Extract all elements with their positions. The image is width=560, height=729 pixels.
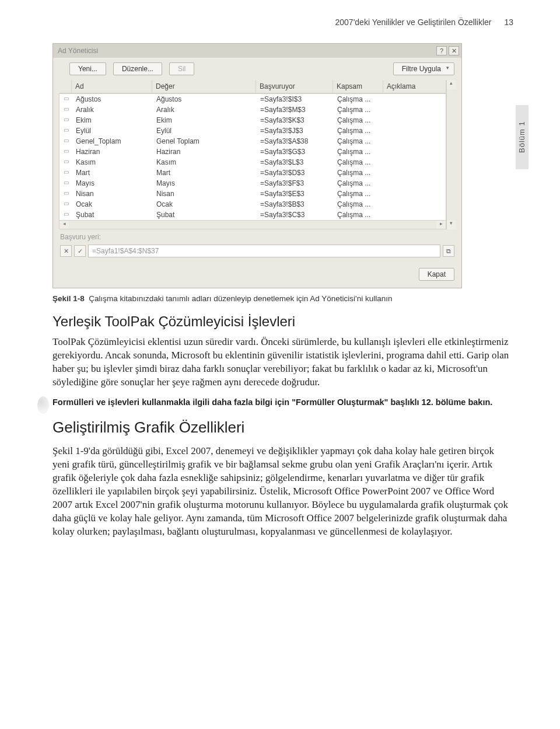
row-desc (384, 115, 446, 125)
row-value: Aralık (153, 104, 257, 115)
table-row[interactable]: ▭ŞubatŞubat=Sayfa3!$C$3Çalışma ... (60, 210, 446, 220)
vscrollbar[interactable]: ▴ ▾ (446, 80, 456, 229)
row-value: Kasım (153, 157, 257, 168)
reference-input[interactable]: =Sayfa1!$A$4:$N$37 (88, 245, 440, 257)
row-scope: Çalışma ... (334, 125, 384, 136)
range-picker-icon[interactable]: ⧉ (443, 245, 454, 257)
row-value: Genel Toplam (153, 136, 257, 147)
row-scope: Çalışma ... (334, 94, 384, 104)
row-name: Aralık (72, 104, 153, 115)
scroll-left-icon[interactable]: ◂ (60, 221, 69, 229)
table-row[interactable]: ▭KasımKasım=Sayfa3!$L$3Çalışma ... (60, 157, 446, 168)
col-name[interactable]: Ad (72, 80, 152, 93)
row-name: Kasım (72, 157, 153, 168)
table-row[interactable]: ▭EylülEylül=Sayfa3!$J$3Çalışma ... (60, 125, 446, 136)
titlebar: Ad Yöneticisi ? ✕ (53, 44, 461, 58)
row-desc (384, 178, 446, 189)
name-icon: ▭ (60, 94, 72, 104)
filter-button[interactable]: Filtre Uygula (393, 62, 454, 75)
row-desc (384, 199, 446, 210)
new-button[interactable]: Yeni... (69, 62, 106, 75)
section1-paragraph: ToolPak Çözümleyicisi eklentisi uzun sür… (52, 336, 513, 389)
row-desc (384, 125, 446, 136)
row-name: Şubat (72, 210, 153, 220)
col-desc[interactable]: Açıklama (383, 80, 446, 93)
name-icon: ▭ (60, 210, 72, 220)
table-row[interactable]: ▭MartMart=Sayfa3!$D$3Çalışma ... (60, 168, 446, 178)
name-icon: ▭ (60, 115, 72, 125)
row-name: Ağustos (72, 94, 153, 104)
row-name: Ocak (72, 199, 153, 210)
row-value: Mart (153, 168, 257, 178)
row-value: Mayıs (153, 178, 257, 189)
name-manager-dialog: Ad Yöneticisi ? ✕ Yeni... Düzenle... Sil… (52, 43, 462, 288)
row-ref: =Sayfa3!$C$3 (257, 210, 334, 220)
row-ref: =Sayfa3!$D$3 (257, 168, 334, 178)
row-name: Mayıs (72, 178, 153, 189)
table-row[interactable]: ▭OcakOcak=Sayfa3!$B$3Çalışma ... (60, 199, 446, 210)
row-value: Ekim (153, 115, 257, 125)
section2-paragraph: Şekil 1-9'da görüldüğü gibi, Excel 2007,… (52, 445, 513, 539)
toolbar: Yeni... Düzenle... Sil Filtre Uygula (53, 58, 461, 80)
name-icon: ▭ (60, 189, 72, 199)
name-icon: ▭ (60, 178, 72, 189)
row-desc (384, 136, 446, 147)
edit-button[interactable]: Düzenle... (113, 62, 162, 75)
row-scope: Çalışma ... (334, 136, 384, 147)
name-icon: ▭ (60, 147, 72, 157)
column-headers: Ad Değer Başvuruyor Kapsam Açıklama (59, 80, 446, 93)
row-desc (384, 147, 446, 157)
page-number: 13 (504, 18, 513, 27)
row-desc (384, 210, 446, 220)
name-icon: ▭ (60, 199, 72, 210)
table-row[interactable]: ▭HaziranHaziran=Sayfa3!$G$3Çalışma ... (60, 147, 446, 157)
row-value: Eylül (153, 125, 257, 136)
row-ref: =Sayfa3!$M$3 (257, 104, 334, 115)
name-icon: ▭ (60, 104, 72, 115)
row-name: Mart (72, 168, 153, 178)
row-desc (384, 157, 446, 168)
row-desc (384, 189, 446, 199)
row-value: Haziran (153, 147, 257, 157)
row-ref: =Sayfa3!$A$38 (257, 136, 334, 147)
row-name: Haziran (72, 147, 153, 157)
table-row[interactable]: ▭EkimEkim=Sayfa3!$K$3Çalışma ... (60, 115, 446, 125)
scroll-down-icon[interactable]: ▾ (447, 220, 456, 229)
table-row[interactable]: ▭MayısMayıs=Sayfa3!$F$3Çalışma ... (60, 178, 446, 189)
row-ref: =Sayfa3!$G$3 (257, 147, 334, 157)
row-desc (384, 94, 446, 104)
section1-note: Formülleri ve işlevleri kullanmakla ilgi… (52, 396, 513, 408)
row-name: Nisan (72, 189, 153, 199)
header-title: 2007'deki Yenilikler ve Geliştirilen Öze… (335, 18, 492, 27)
row-scope: Çalışma ... (334, 168, 384, 178)
col-ref[interactable]: Başvuruyor (256, 80, 333, 93)
scroll-right-icon[interactable]: ▸ (436, 221, 446, 229)
hscrollbar[interactable]: ◂ ▸ (59, 220, 446, 229)
figure-text: Çalışma kitabınızdaki tanımlı adları düz… (89, 294, 392, 303)
close-button[interactable]: Kapat (419, 268, 454, 281)
col-value[interactable]: Değer (152, 80, 256, 93)
row-scope: Çalışma ... (334, 199, 384, 210)
row-ref: =Sayfa3!$E$3 (257, 189, 334, 199)
row-desc (384, 168, 446, 178)
cancel-ref-icon[interactable]: ✕ (60, 245, 72, 257)
scroll-up-icon[interactable]: ▴ (447, 80, 456, 89)
row-ref: =Sayfa3!$B$3 (257, 199, 334, 210)
table-row[interactable]: ▭NisanNisan=Sayfa3!$E$3Çalışma ... (60, 189, 446, 199)
close-icon[interactable]: ✕ (449, 46, 459, 55)
table-row[interactable]: ▭Genel_ToplamGenel Toplam=Sayfa3!$A$38Ça… (60, 136, 446, 147)
row-scope: Çalışma ... (334, 189, 384, 199)
row-value: Nisan (153, 189, 257, 199)
row-scope: Çalışma ... (334, 115, 384, 125)
row-name: Ekim (72, 115, 153, 125)
table-row[interactable]: ▭AğustosAğustos=Sayfa3!$I$3Çalışma ... (60, 94, 446, 104)
row-name: Eylül (72, 125, 153, 136)
row-scope: Çalışma ... (334, 210, 384, 220)
row-ref: =Sayfa3!$F$3 (257, 178, 334, 189)
col-scope[interactable]: Kapsam (333, 80, 383, 93)
help-icon[interactable]: ? (436, 46, 447, 55)
row-desc (384, 104, 446, 115)
confirm-ref-icon[interactable]: ✓ (74, 245, 86, 257)
delete-button[interactable]: Sil (169, 62, 194, 75)
table-row[interactable]: ▭AralıkAralık=Sayfa3!$M$3Çalışma ... (60, 104, 446, 115)
